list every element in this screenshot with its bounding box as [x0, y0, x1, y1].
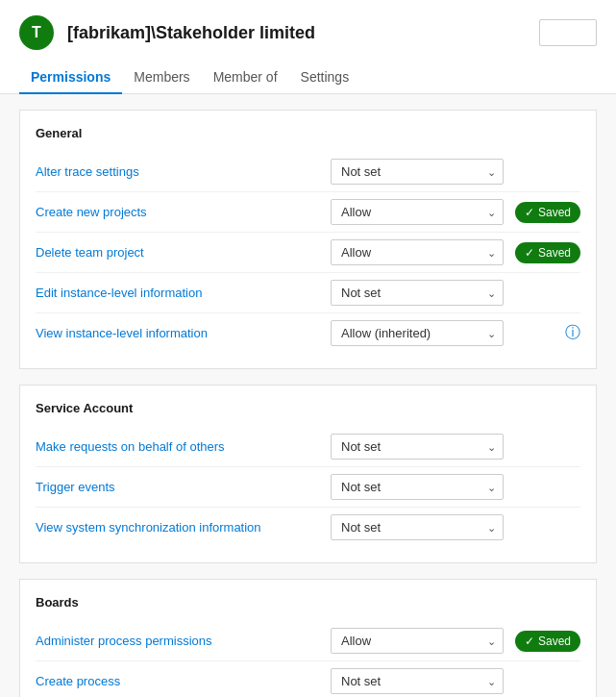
permission-select-wrap: Not setAllowDenyAllow (inherited)Not all…	[331, 474, 504, 500]
permission-label[interactable]: View instance-level information	[36, 326, 331, 340]
table-row: Edit instance-level informationNot setAl…	[36, 273, 580, 313]
permission-select-wrap: Not setAllowDenyAllow (inherited)Not all…	[331, 628, 504, 654]
permission-select-wrap: Not setAllowDenyAllow (inherited)Not all…	[331, 239, 504, 265]
permission-dropdown[interactable]: Not setAllowDenyAllow (inherited)Not all…	[331, 280, 504, 306]
saved-badge: ✓ Saved	[515, 242, 580, 263]
tab-permissions[interactable]: Permissions	[19, 62, 122, 94]
tab-member-of[interactable]: Member of	[202, 62, 289, 94]
check-icon: ✓	[525, 206, 534, 219]
permission-select-wrap: Not setAllowDenyAllow (inherited)Not all…	[331, 199, 504, 225]
table-row: Trigger eventsNot setAllowDenyAllow (inh…	[36, 467, 580, 508]
check-icon: ✓	[525, 246, 534, 260]
nav-tabs: PermissionsMembersMember ofSettings	[0, 62, 616, 94]
section-title-boards: Boards	[36, 595, 580, 610]
table-row: Delete team projectNot setAllowDenyAllow…	[36, 233, 580, 273]
permission-dropdown[interactable]: Not setAllowDenyAllow (inherited)Not all…	[331, 159, 504, 185]
main-content: GeneralAlter trace settingsNot setAllowD…	[0, 94, 616, 697]
permission-label[interactable]: Administer process permissions	[36, 634, 331, 648]
permission-label[interactable]: Create new projects	[36, 205, 331, 219]
permission-dropdown[interactable]: Not setAllowDenyAllow (inherited)Not all…	[331, 199, 504, 225]
section-general: GeneralAlter trace settingsNot setAllowD…	[19, 110, 597, 369]
section-service-account: Service AccountMake requests on behalf o…	[19, 385, 597, 563]
permission-label[interactable]: View system synchronization information	[36, 520, 331, 535]
permission-select-wrap: Not setAllowDenyAllow (inherited)Not all…	[331, 514, 504, 540]
permission-select-wrap: Not setAllowDenyAllow (inherited)Not all…	[331, 159, 504, 185]
tab-settings[interactable]: Settings	[289, 62, 361, 94]
table-row: Create new projectsNot setAllowDenyAllow…	[36, 192, 580, 233]
permission-dropdown[interactable]: Not setAllowDenyAllow (inherited)Not all…	[331, 239, 504, 265]
permission-action: ⓘ	[504, 323, 580, 343]
search-box[interactable]	[539, 19, 597, 46]
table-row: Alter trace settingsNot setAllowDenyAllo…	[36, 152, 580, 192]
tab-members[interactable]: Members	[122, 62, 201, 94]
permission-label[interactable]: Alter trace settings	[36, 164, 331, 179]
header: T [fabrikam]\Stakeholder limited	[0, 0, 616, 62]
permission-select-wrap: Not setAllowDenyAllow (inherited)Not all…	[331, 668, 504, 694]
avatar: T	[19, 15, 54, 50]
permission-action: ✓ Saved	[504, 631, 580, 652]
table-row: Administer process permissionsNot setAll…	[36, 621, 580, 661]
info-icon[interactable]: ⓘ	[565, 323, 580, 343]
permission-dropdown[interactable]: Not setAllowDenyAllow (inherited)Not all…	[331, 668, 504, 694]
permission-label[interactable]: Make requests on behalf of others	[36, 439, 331, 454]
permission-action: ✓ Saved	[504, 242, 580, 263]
table-row: View instance-level informationNot setAl…	[36, 313, 580, 353]
permission-dropdown[interactable]: Not setAllowDenyAllow (inherited)Not all…	[331, 474, 504, 500]
check-icon: ✓	[525, 635, 534, 648]
permission-select-wrap: Not setAllowDenyAllow (inherited)Not all…	[331, 320, 504, 346]
permission-label[interactable]: Trigger events	[36, 480, 331, 494]
table-row: View system synchronization informationN…	[36, 508, 580, 547]
permission-select-wrap: Not setAllowDenyAllow (inherited)Not all…	[331, 280, 504, 306]
permission-action: ✓ Saved	[504, 202, 580, 223]
permission-select-wrap: Not setAllowDenyAllow (inherited)Not all…	[331, 434, 504, 460]
saved-badge: ✓ Saved	[515, 202, 580, 223]
table-row: Make requests on behalf of othersNot set…	[36, 427, 580, 467]
permission-label[interactable]: Create process	[36, 674, 331, 688]
page-title: [fabrikam]\Stakeholder limited	[67, 23, 315, 43]
permission-label[interactable]: Delete team project	[36, 245, 331, 260]
permission-dropdown[interactable]: Not setAllowDenyAllow (inherited)Not all…	[331, 434, 504, 460]
permission-dropdown[interactable]: Not setAllowDenyAllow (inherited)Not all…	[331, 514, 504, 540]
saved-badge: ✓ Saved	[515, 631, 580, 652]
table-row: Create processNot setAllowDenyAllow (inh…	[36, 661, 580, 697]
permission-label[interactable]: Edit instance-level information	[36, 286, 331, 300]
section-title-general: General	[36, 126, 580, 140]
permission-dropdown[interactable]: Not setAllowDenyAllow (inherited)Not all…	[331, 320, 504, 346]
section-title-service-account: Service Account	[36, 401, 580, 415]
permission-dropdown[interactable]: Not setAllowDenyAllow (inherited)Not all…	[331, 628, 504, 654]
section-boards: BoardsAdminister process permissionsNot …	[19, 579, 597, 697]
